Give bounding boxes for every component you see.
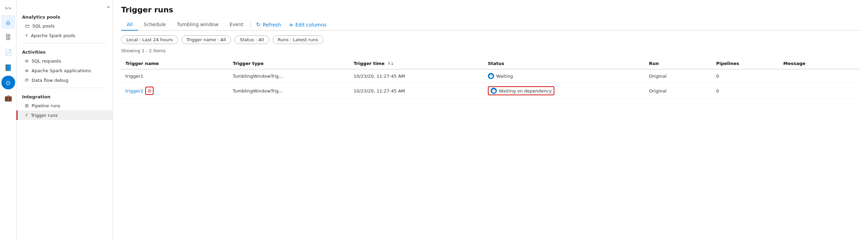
cell-run-1: Original: [645, 69, 712, 83]
cell-status-1: 🕐 Waiting: [484, 69, 645, 83]
tab-tumbling-window[interactable]: Tumbling window: [171, 19, 224, 31]
status-label-2: Waiting on dependency: [499, 88, 552, 94]
filter-trigger-name[interactable]: Trigger name : All: [181, 35, 231, 44]
cell-run-2: Original: [645, 83, 712, 99]
pipeline-runs-icon: ⊞: [25, 103, 29, 108]
cell-status-2: 🕐 Waiting on dependency: [484, 83, 645, 99]
database-nav-icon[interactable]: 🗄: [1, 30, 15, 44]
edit-columns-icon: ≡: [289, 22, 293, 28]
col-header-status: Status: [484, 58, 645, 69]
section-title-integration: Integration: [17, 91, 113, 101]
document-nav-icon[interactable]: 📄: [1, 45, 15, 59]
sql-pools-icon: 🗃: [25, 23, 30, 29]
edit-columns-button[interactable]: ≡ Edit columns: [285, 20, 331, 30]
refresh-icon: ↻: [256, 21, 261, 28]
cell-trigger-type-2: TumblingWindowTrig...: [229, 83, 349, 99]
expand-collapse-button[interactable]: >>: [4, 4, 12, 12]
spark-pools-icon: ⚡: [25, 33, 28, 38]
tabs-bar: All Schedule Tumbling window Event ↻ Ref…: [121, 19, 860, 31]
filter-bar: Local : Last 24 hours Trigger name : All…: [121, 35, 860, 44]
cancel-icon: ⊘: [145, 87, 154, 95]
book-nav-icon[interactable]: 📘: [1, 61, 15, 74]
sidebar-item-spark-apps[interactable]: ≡ Apache Spark applications: [17, 66, 113, 75]
sidebar-item-sql-pools-label: SQL pools: [32, 23, 54, 29]
waiting-icon-2: 🕐: [491, 88, 497, 94]
tab-all[interactable]: All: [121, 19, 138, 31]
waiting-icon-1: 🕐: [488, 73, 494, 79]
trigger2-link[interactable]: trigger2: [125, 88, 143, 94]
trigger-runs-table: Trigger name Trigger type Trigger time ↑…: [121, 58, 860, 99]
col-header-run: Run: [645, 58, 712, 69]
refresh-button[interactable]: ↻ Refresh: [252, 19, 285, 30]
cell-pipelines-2: 0: [712, 83, 779, 99]
cell-trigger-type-1: TumblingWindowTrig...: [229, 69, 349, 83]
tab-schedule[interactable]: Schedule: [138, 19, 171, 31]
dataflow-debug-icon: ⟳: [25, 77, 29, 83]
filter-runs[interactable]: Runs : Latest runs: [273, 35, 323, 44]
table-row: trigger1 TumblingWindowTrig... 10/23/20,…: [121, 69, 860, 83]
showing-text: Showing 1 - 2 items: [121, 48, 860, 53]
col-header-pipelines: Pipelines: [712, 58, 779, 69]
sidebar-item-pipeline-runs[interactable]: ⊞ Pipeline runs: [17, 101, 113, 110]
table-row: trigger2 ⊘ TumblingWindowTrig... 10/23/2…: [121, 83, 860, 99]
sidebar-item-trigger-runs[interactable]: ⚡ Trigger runs: [17, 110, 113, 120]
briefcase-nav-icon[interactable]: 💼: [1, 91, 15, 105]
main-content: Trigger runs All Schedule Tumbling windo…: [113, 0, 868, 240]
sidebar-item-sql-requests[interactable]: ≡ SQL requests: [17, 56, 113, 66]
filter-time[interactable]: Local : Last 24 hours: [121, 35, 178, 44]
col-trigger-time-label: Trigger time: [354, 61, 385, 66]
edit-columns-label: Edit columns: [295, 22, 326, 28]
sidebar-item-sql-requests-label: SQL requests: [32, 58, 61, 64]
sidebar-item-pipeline-runs-label: Pipeline runs: [32, 103, 61, 108]
home-nav-icon[interactable]: ⌂: [1, 15, 15, 29]
cell-message-1: [779, 69, 860, 83]
tab-event[interactable]: Event: [224, 19, 249, 31]
cell-message-2: [779, 83, 860, 99]
trigger-runs-icon: ⚡: [25, 112, 28, 118]
sidebar-collapse-button[interactable]: «: [17, 3, 113, 11]
sidebar-divider-1: [22, 43, 107, 43]
section-title-activities: Activities: [17, 46, 113, 56]
sidebar-item-dataflow-debug-label: Data flow debug: [32, 78, 69, 83]
cell-trigger-name-1: trigger1: [121, 69, 229, 83]
filter-status[interactable]: Status : All: [234, 35, 269, 44]
col-header-message: Message: [779, 58, 860, 69]
icon-bar: >> ⌂ 🗄 📄 📘 ⊙ 💼: [0, 0, 17, 240]
status-label-1: Waiting: [496, 74, 513, 79]
sidebar-item-dataflow-debug[interactable]: ⟳ Data flow debug: [17, 75, 113, 85]
sort-icon: ↑↓: [387, 62, 394, 66]
cell-trigger-time-2: 10/23/20, 11:27:45 AM: [349, 83, 484, 99]
col-header-trigger-name: Trigger name: [121, 58, 229, 69]
spark-apps-icon: ≡: [25, 68, 29, 73]
sidebar-divider-2: [22, 88, 107, 88]
sidebar-item-spark-pools[interactable]: ⚡ Apache Spark pools: [17, 31, 113, 40]
cell-pipelines-1: 0: [712, 69, 779, 83]
tab-divider: [250, 21, 251, 28]
monitor-nav-icon[interactable]: ⊙: [1, 76, 15, 89]
cell-trigger-time-1: 10/23/20, 11:27:45 AM: [349, 69, 484, 83]
page-title: Trigger runs: [121, 6, 860, 14]
col-header-trigger-time[interactable]: Trigger time ↑↓: [349, 58, 484, 69]
sidebar-item-trigger-runs-label: Trigger runs: [31, 113, 58, 118]
section-title-analytics-pools: Analytics pools: [17, 11, 113, 21]
sql-requests-icon: ≡: [25, 58, 29, 64]
sidebar-item-spark-pools-label: Apache Spark pools: [31, 33, 75, 38]
sidebar-item-sql-pools[interactable]: 🗃 SQL pools: [17, 21, 113, 31]
refresh-label: Refresh: [263, 22, 281, 28]
col-header-trigger-type: Trigger type: [229, 58, 349, 69]
sidebar: « Analytics pools 🗃 SQL pools ⚡ Apache S…: [17, 0, 113, 240]
sidebar-item-spark-apps-label: Apache Spark applications: [32, 68, 91, 73]
cell-trigger-name-2: trigger2 ⊘: [121, 83, 229, 99]
